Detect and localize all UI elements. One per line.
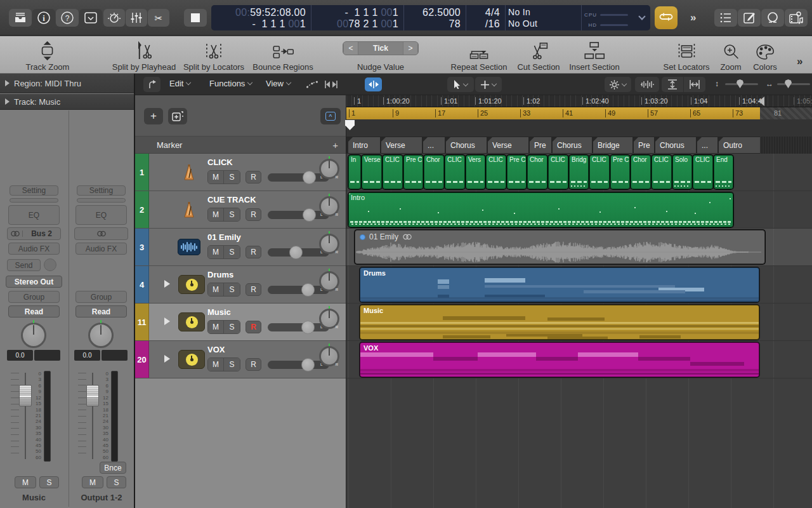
arrangement-marker-verse[interactable]: Verse bbox=[488, 137, 528, 153]
back-arrow-button[interactable] bbox=[143, 77, 160, 92]
arrangement-marker-chorus[interactable]: Chorus bbox=[553, 137, 592, 153]
toolbar-item-insert-section[interactable]: Insert Section bbox=[569, 40, 620, 72]
volume-value[interactable]: 0.0 bbox=[7, 350, 33, 361]
cycle-button[interactable] bbox=[655, 6, 678, 29]
mute-button[interactable]: M bbox=[208, 358, 224, 371]
track-inspector-header[interactable]: Track: Music bbox=[0, 94, 134, 110]
smart-controls-button[interactable] bbox=[103, 9, 125, 27]
peak-value[interactable] bbox=[102, 350, 128, 361]
mixer-button[interactable] bbox=[126, 9, 147, 27]
midi-region-click[interactable]: CLIC bbox=[589, 155, 610, 189]
volume-slider-thumb[interactable] bbox=[303, 171, 316, 184]
record-enable-button[interactable]: R bbox=[246, 358, 261, 371]
volume-slider-thumb[interactable] bbox=[303, 208, 316, 222]
mute-button[interactable]: M bbox=[82, 476, 103, 488]
toolbar-item-split-locators[interactable]: Split by Locators bbox=[183, 40, 244, 72]
toolbar-item-colors[interactable]: Colors bbox=[753, 40, 777, 72]
stack-region-drums[interactable]: Drums bbox=[360, 267, 759, 302]
lcd-tempo[interactable]: 62.5000 78 bbox=[404, 5, 466, 30]
track-header-row[interactable]: 1 CLICK MS R LR bbox=[135, 154, 346, 191]
lcd-smpte[interactable]: 00:59:52:08.00 - 1 1 1 001 bbox=[211, 5, 311, 30]
toolbar-toggle-button[interactable] bbox=[79, 9, 102, 27]
pan-knob[interactable]: LR bbox=[319, 309, 339, 329]
nudge-left-button[interactable]: < bbox=[343, 42, 358, 55]
vertical-auto-zoom-button[interactable] bbox=[662, 77, 683, 92]
global-marker-track[interactable]: Marker + bbox=[135, 137, 346, 154]
midi-region-click[interactable]: Pre C bbox=[507, 155, 527, 189]
toolbar-item-set-locators[interactable]: Set Locators bbox=[664, 40, 710, 72]
midi-region-click[interactable]: CLIC bbox=[486, 155, 506, 189]
eq-slot[interactable]: EQ bbox=[75, 205, 127, 225]
lcd-options-chevron[interactable] bbox=[636, 5, 648, 30]
disclosure-triangle-icon[interactable] bbox=[164, 280, 170, 288]
region-inspector-header[interactable]: Region: MIDI Thru bbox=[0, 74, 134, 93]
solo-button[interactable]: S bbox=[224, 283, 240, 296]
track-name[interactable]: VOX bbox=[207, 345, 225, 354]
disclosure-triangle-icon[interactable] bbox=[164, 318, 170, 325]
stop-button[interactable] bbox=[184, 9, 207, 27]
midi-region-click[interactable]: Chor bbox=[631, 155, 651, 189]
list-editors-button[interactable] bbox=[714, 9, 737, 27]
track-name[interactable]: Drums bbox=[207, 270, 233, 279]
solo-button[interactable]: S bbox=[224, 358, 240, 371]
gain-slot[interactable] bbox=[77, 198, 126, 203]
solo-button[interactable]: S bbox=[224, 208, 240, 221]
stack-region-music[interactable]: Music bbox=[360, 305, 759, 340]
library-button[interactable] bbox=[9, 9, 32, 27]
setting-button[interactable]: Setting bbox=[10, 185, 58, 196]
midi-region-click[interactable]: End bbox=[714, 155, 733, 189]
catch-playhead-button[interactable] bbox=[365, 77, 382, 91]
solo-button[interactable]: S bbox=[107, 476, 126, 488]
midi-region-click[interactable]: Chor bbox=[527, 155, 547, 189]
track-name[interactable]: CLICK bbox=[207, 157, 233, 167]
solo-button[interactable]: S bbox=[224, 171, 240, 184]
record-enable-button[interactable]: R bbox=[246, 171, 261, 184]
pan-knob[interactable]: LR bbox=[319, 234, 339, 254]
record-enable-button[interactable]: R bbox=[246, 246, 261, 258]
track-header-row[interactable]: 2 CUE TRACK MS R LR bbox=[135, 191, 346, 229]
volume-slider-thumb[interactable] bbox=[301, 283, 315, 297]
secondary-overflow-chevrons[interactable]: » bbox=[797, 55, 801, 68]
horizontal-zoom-slider[interactable] bbox=[777, 83, 810, 85]
midi-region-click[interactable]: CLIC bbox=[693, 155, 713, 189]
setting-button[interactable]: Setting bbox=[77, 185, 126, 196]
lcd-position[interactable]: - 1 1 1 001 0078 2 1 001 bbox=[311, 5, 404, 30]
track-name[interactable]: CUE TRACK bbox=[207, 195, 256, 204]
arrangement-marker-bridge[interactable]: Bridge bbox=[593, 137, 632, 153]
toolbar-item-repeat-section[interactable]: Repeat Section bbox=[451, 40, 508, 72]
arrangement-marker-[interactable]: ... bbox=[423, 137, 445, 153]
vertical-zoom-slider[interactable] bbox=[725, 83, 758, 85]
eq-slot[interactable]: EQ bbox=[8, 205, 60, 225]
lcd-signature[interactable]: 4/4 /16 bbox=[466, 5, 506, 30]
midi-region-click[interactable]: Solo bbox=[672, 155, 692, 189]
audio-fx-slot[interactable]: Audio FX bbox=[8, 243, 60, 255]
mute-button[interactable]: M bbox=[208, 171, 224, 184]
pan-knob[interactable] bbox=[21, 323, 46, 348]
arrangement-marker-[interactable]: ... bbox=[697, 137, 717, 153]
note-pads-button[interactable] bbox=[738, 9, 761, 27]
volume-slider-thumb[interactable] bbox=[289, 246, 303, 259]
arrangement-marker-pre[interactable]: Pre bbox=[634, 137, 654, 153]
solo-button[interactable]: S bbox=[39, 476, 59, 488]
flex-button[interactable] bbox=[322, 77, 340, 92]
toolbar-item-track-zoom[interactable]: Track Zoom bbox=[26, 40, 70, 72]
drag-mode-menu[interactable] bbox=[605, 77, 631, 92]
mute-button[interactable]: M bbox=[208, 208, 224, 221]
track-header-row[interactable]: 11 Music MS R LR bbox=[135, 304, 346, 341]
volume-value[interactable]: 0.0 bbox=[74, 350, 100, 361]
record-enable-button[interactable]: R bbox=[246, 283, 261, 296]
disclosure-triangle-icon[interactable] bbox=[164, 355, 170, 363]
solo-button[interactable]: S bbox=[224, 321, 240, 333]
midi-region-click[interactable]: Verse bbox=[362, 155, 382, 189]
output-slot[interactable]: Stereo Out bbox=[6, 276, 62, 288]
input-slot[interactable]: Bus 2 bbox=[7, 227, 61, 240]
midi-region-cue-intro[interactable]: Intro bbox=[348, 192, 733, 227]
horizontal-zoom-thumb[interactable] bbox=[785, 79, 792, 88]
group-slot[interactable]: Group bbox=[75, 291, 127, 303]
pan-knob[interactable]: LR bbox=[319, 159, 339, 179]
midi-region-click[interactable]: Chor bbox=[424, 155, 444, 189]
stack-region-vox[interactable]: VOX bbox=[360, 342, 759, 377]
record-enable-button[interactable]: R bbox=[246, 321, 261, 333]
arrangement-marker-outro[interactable]: Outro bbox=[719, 137, 760, 153]
toolbar-item-bounce-regions[interactable]: Bounce Regions bbox=[252, 40, 313, 72]
